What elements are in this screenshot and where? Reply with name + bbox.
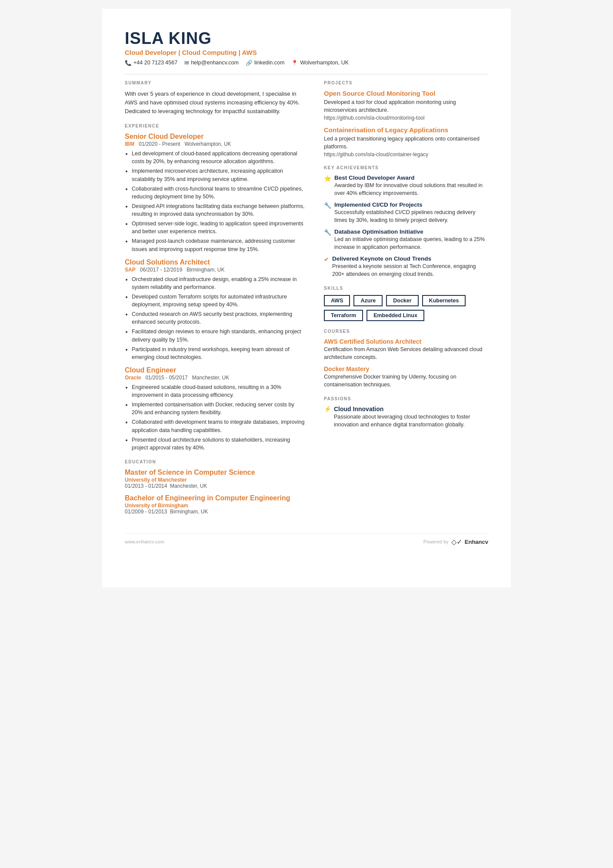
degree-1-institution: University of Manchester (125, 477, 306, 483)
experience-label: EXPERIENCE (125, 124, 306, 128)
list-item: Engineered scalable cloud-based solution… (132, 383, 306, 399)
achievement-3-desc: Led an initiative optimising database qu… (334, 236, 488, 251)
achievement-2: 🔧 Implemented CI/CD for Projects Success… (324, 201, 488, 224)
skills-grid: AWS Azure Docker Kubernetes Terraform Em… (324, 295, 488, 321)
enhancv-brand-name: Enhancv (465, 539, 488, 545)
achievement-1: ⭐ Best Cloud Developer Award Awarded by … (324, 174, 488, 197)
list-item: Facilitated design reviews to ensure hig… (132, 328, 306, 343)
linkedin-icon: 🔗 (246, 60, 253, 66)
skill-aws: AWS (324, 295, 350, 306)
skill-docker: Docker (386, 295, 418, 306)
list-item: Participated in industry trend workshops… (132, 345, 306, 361)
skill-azure: Azure (353, 295, 383, 306)
list-item: Designed API integrations facilitating d… (132, 202, 306, 218)
degree-2-title: Bachelor of Engineering in Computer Engi… (125, 494, 306, 502)
achievement-4-title: Delivered Keynote on Cloud Trends (332, 255, 488, 262)
skill-embedded-linux: Embedded Linux (366, 310, 424, 321)
job-3-bullets: Engineered scalable cloud-based solution… (125, 383, 306, 452)
job-3-company: Oracle (125, 375, 141, 381)
degree-2: Bachelor of Engineering in Computer Engi… (125, 494, 306, 515)
job-1-date: 01/2020 - Present (136, 141, 183, 147)
degree-1: Master of Science in Computer Science Un… (125, 469, 306, 489)
skill-kubernetes: Kubernetes (422, 295, 466, 306)
project-1-desc: Developed a tool for cloud application m… (324, 98, 488, 114)
job-1-title: Senior Cloud Developer (125, 133, 306, 141)
passion-1: ⚡ Cloud Innovation Passionate about leve… (324, 406, 488, 429)
list-item: Implemented containerisation with Docker… (132, 401, 306, 416)
achievement-1-content: Best Cloud Developer Award Awarded by IB… (334, 174, 488, 197)
contact-row: 📞 +44 20 7123 4567 ✉ help@enhancv.com 🔗 … (125, 60, 488, 66)
email-contact: ✉ help@enhancv.com (184, 60, 239, 66)
left-column: SUMMARY With over 5 years of experience … (125, 80, 306, 520)
achievement-4-icon: ✔ (324, 256, 329, 263)
project-2-title: Containerisation of Legacy Applications (324, 126, 488, 134)
course-2: Docker Mastery Comprehensive Docker trai… (324, 365, 488, 389)
job-2-bullets: Orchestrated cloud infrastructure design… (125, 275, 306, 361)
project-2: Containerisation of Legacy Applications … (324, 126, 488, 158)
list-item: Optimised server-side logic, leading to … (132, 220, 306, 235)
job-1: Senior Cloud Developer IBM 01/2020 - Pre… (125, 133, 306, 253)
job-2: Cloud Solutions Architect SAP 06/2017 - … (125, 258, 306, 361)
achievement-1-icon: ⭐ (324, 175, 331, 182)
list-item: Presented cloud architecture solutions t… (132, 436, 306, 452)
passion-1-desc: Passionate about leveraging cloud techno… (334, 413, 488, 429)
list-item: Managed post-launch codebase maintenance… (132, 237, 306, 253)
linkedin-contact: 🔗 linkedin.com (246, 60, 284, 66)
achievement-4-desc: Presented a keynote session at Tech Conf… (332, 263, 488, 278)
right-column: PROJECTS Open Source Cloud Monitoring To… (324, 80, 488, 520)
job-2-company: SAP (125, 267, 136, 273)
job-3-meta: Oracle 01/2015 - 05/2017 Manchester, UK (125, 375, 306, 381)
degree-1-meta: 01/2013 - 01/2014 Manchester, UK (125, 483, 306, 489)
achievement-2-title: Implemented CI/CD for Projects (334, 201, 488, 208)
main-content: SUMMARY With over 5 years of experience … (125, 80, 488, 520)
course-1-desc: Certification from Amazon Web Services d… (324, 346, 488, 361)
job-3-date: 01/2015 - 05/2017 (143, 375, 191, 381)
passion-1-title: Cloud Innovation (334, 406, 488, 412)
achievement-2-icon: 🔧 (324, 202, 331, 209)
list-item: Led development of cloud-based applicati… (132, 150, 306, 165)
page-footer: www.enhancv.com Powered by ◇✓ Enhancv (125, 533, 488, 546)
education-label: EDUCATION (125, 459, 306, 464)
email-icon: ✉ (184, 60, 189, 66)
resume-page: ISLA KING Cloud Developer | Cloud Comput… (102, 9, 511, 587)
phone-icon: 📞 (125, 60, 132, 66)
location-contact: 📍 Wolverhampton, UK (291, 60, 349, 66)
course-1-title: AWS Certified Solutions Architect (324, 338, 488, 345)
achievement-3-title: Database Optimisation Initiative (334, 228, 488, 235)
job-2-location: Birmingham, UK (187, 267, 224, 273)
courses-label: COURSES (324, 329, 488, 334)
projects-label: PROJECTS (324, 80, 488, 85)
job-1-bullets: Led development of cloud-based applicati… (125, 150, 306, 253)
list-item: Collaborated with development teams to i… (132, 418, 306, 434)
footer-url: www.enhancv.com (125, 539, 164, 544)
achievement-4-content: Delivered Keynote on Cloud Trends Presen… (332, 255, 488, 278)
list-item: Conducted research on AWS security best … (132, 310, 306, 326)
summary-label: SUMMARY (125, 80, 306, 85)
job-1-location: Wolverhampton, UK (184, 141, 231, 147)
degree-2-meta: 01/2009 - 01/2013 Birmingham, UK (125, 509, 306, 515)
skills-label: SKILLS (324, 286, 488, 291)
job-2-meta: SAP 06/2017 - 12/2019 Birmingham, UK (125, 267, 306, 273)
job-1-company: IBM (125, 141, 134, 147)
footer-brand: Powered by ◇✓ Enhancv (423, 538, 488, 546)
job-1-meta: IBM 01/2020 - Present Wolverhampton, UK (125, 141, 306, 147)
achievement-3-icon: 🔧 (324, 229, 331, 236)
course-2-desc: Comprehensive Docker training by Udemy, … (324, 373, 488, 389)
job-3: Cloud Engineer Oracle 01/2015 - 05/2017 … (125, 366, 306, 452)
project-1-title: Open Source Cloud Monitoring Tool (324, 90, 488, 97)
location-icon: 📍 (291, 60, 298, 66)
achievements-label: KEY ACHIEVEMENTS (324, 165, 488, 170)
passion-1-icon: ⚡ (324, 406, 331, 412)
project-2-link: https://github.com/isla-cloud/container-… (324, 151, 488, 158)
degree-2-institution: University of Birmingham (125, 503, 306, 509)
degree-1-title: Master of Science in Computer Science (125, 469, 306, 476)
phone-contact: 📞 +44 20 7123 4567 (125, 60, 177, 66)
passions-label: PASSIONS (324, 396, 488, 401)
project-1-link: https://github.com/isla-cloud/monitoring… (324, 115, 488, 121)
header-section: ISLA KING Cloud Developer | Cloud Comput… (125, 30, 488, 66)
job-2-date: 06/2017 - 12/2019 (137, 267, 185, 273)
achievement-4: ✔ Delivered Keynote on Cloud Trends Pres… (324, 255, 488, 278)
summary-text: With over 5 years of experience in cloud… (125, 90, 306, 116)
list-item: Developed custom Terraform scripts for a… (132, 293, 306, 308)
achievement-1-title: Best Cloud Developer Award (334, 174, 488, 181)
